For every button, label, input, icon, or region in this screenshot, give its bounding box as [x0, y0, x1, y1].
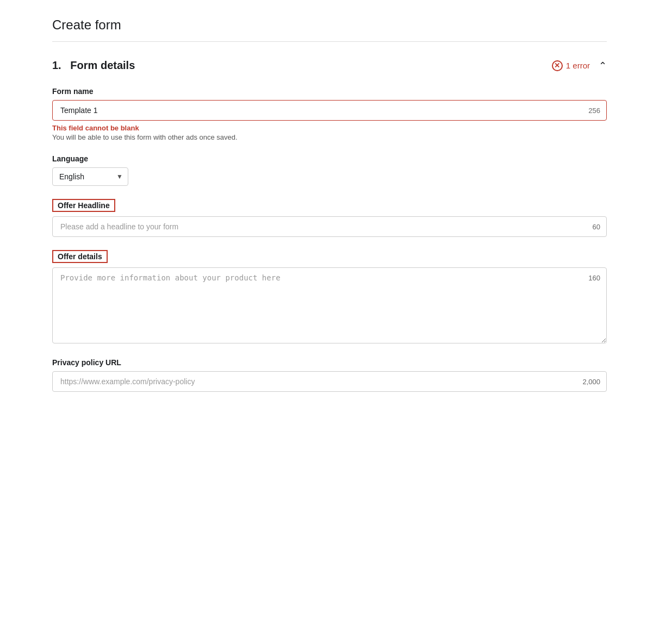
offer-details-textarea-wrapper: 160 [52, 267, 607, 345]
form-name-input-wrapper: 256 [52, 100, 607, 121]
error-badge: ✕ 1 error [552, 60, 590, 71]
error-count-text: 1 error [566, 61, 590, 70]
section-number: 1. [52, 59, 61, 71]
language-select-wrapper: English Spanish French German Italian Po… [52, 167, 128, 186]
section-title: 1. Form details [52, 59, 135, 72]
section-title-text: Form details [70, 59, 135, 71]
privacy-policy-input-wrapper: 2,000 [52, 371, 607, 392]
offer-headline-char-count: 60 [593, 223, 600, 231]
offer-headline-group: Offer Headline 60 [52, 199, 607, 237]
collapse-button[interactable]: ⌃ [599, 60, 607, 72]
form-name-error: This field cannot be blank [52, 124, 607, 132]
offer-headline-input-wrapper: 60 [52, 216, 607, 237]
page-title: Create form [52, 17, 607, 33]
privacy-policy-char-count: 2,000 [582, 378, 600, 386]
section-header-right: ✕ 1 error ⌃ [552, 60, 607, 72]
language-select[interactable]: English Spanish French German Italian Po… [52, 167, 128, 186]
privacy-policy-group: Privacy policy URL 2,000 [52, 358, 607, 392]
privacy-policy-label: Privacy policy URL [52, 358, 607, 367]
form-name-helper: You will be able to use this form with o… [52, 133, 607, 141]
offer-details-group: Offer details 160 [52, 250, 607, 345]
form-name-input[interactable] [52, 100, 607, 121]
language-group: Language English Spanish French German I… [52, 154, 607, 186]
language-label: Language [52, 154, 607, 163]
offer-headline-input[interactable] [52, 216, 607, 237]
error-icon: ✕ [552, 60, 563, 71]
form-name-label: Form name [52, 87, 607, 96]
offer-details-textarea[interactable] [52, 267, 607, 343]
title-divider [52, 41, 607, 42]
form-name-group: Form name 256 This field cannot be blank… [52, 87, 607, 141]
offer-details-char-count: 160 [588, 274, 600, 282]
offer-details-label: Offer details [52, 250, 108, 263]
privacy-policy-input[interactable] [52, 371, 607, 392]
section-header: 1. Form details ✕ 1 error ⌃ [52, 59, 607, 72]
offer-headline-label: Offer Headline [52, 199, 115, 212]
form-name-char-count: 256 [588, 107, 600, 115]
